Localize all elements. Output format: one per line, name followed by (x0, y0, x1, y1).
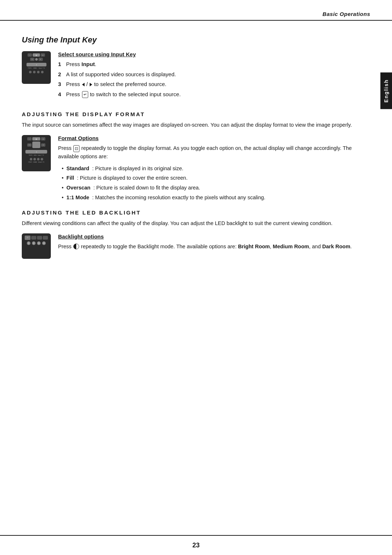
tri-right-icon (90, 83, 92, 86)
remote-btn (35, 58, 38, 61)
step-text: Press / to select the preferred source. (66, 80, 166, 89)
step-num: 4 (58, 90, 63, 99)
remote-label: HZBi (34, 155, 37, 156)
remote-dot (37, 158, 40, 160)
page-number: 23 (192, 542, 200, 549)
tri-left-icon (82, 83, 85, 86)
led-backlight-desc: Different viewing conditions can affect … (22, 219, 363, 228)
remote-dot (33, 71, 36, 73)
backlight-options-subtitle: Backlight options (58, 233, 363, 240)
remote-btn: ⊞ (26, 63, 46, 66)
remote-label: TV (42, 155, 44, 156)
format-options-subtitle: Format Options (58, 135, 363, 141)
step-text: Press Input. (66, 60, 96, 69)
remote-btn (31, 236, 36, 240)
remote-btn: TV (27, 143, 32, 147)
step-3: 3 Press / to select the preferred source… (58, 80, 363, 89)
remote-btn: + (28, 53, 32, 57)
remote-num-btn: 3 (37, 241, 41, 245)
remote-btn: ▲ (41, 137, 45, 140)
remote-label: YPbP1 (28, 68, 32, 69)
step-num: 1 (58, 60, 63, 69)
display-format-heading: Adjusting the Display Format (22, 111, 363, 117)
remote-btn: ▲ (41, 53, 45, 57)
bullet-11mode: 1:1 Mode: Matches the incoming resolutio… (62, 194, 363, 202)
step-2: 2 A list of supported video sources is d… (58, 70, 363, 79)
remote-btn: ☐ (25, 236, 30, 240)
remote-image-1: + ⊞ ▲ TV ▼ ⊞ YPbP1 HDMI1 (22, 51, 51, 100)
format-icon: ⊡ (73, 145, 79, 152)
remote-btn (37, 236, 42, 240)
remote-dot (33, 158, 36, 160)
remote-num-btn: 4 (42, 241, 46, 245)
format-desc: Press ⊡ repeatedly to toggle the display… (58, 144, 363, 161)
remote-label: YPbP1 (29, 155, 33, 156)
step-1: 1 Press Input. (58, 60, 363, 69)
backlight-desc: Press repeatedly to toggle the Backlight… (58, 242, 363, 251)
format-section: + ⊞ ▲ TV ▼ ⊞ YPbP1 HZBi V (22, 135, 363, 203)
remote-btn: ▼ (38, 58, 43, 61)
bullet-overscan: Overscan: Picture is scaled down to fit … (62, 184, 363, 192)
remote-btn (32, 142, 40, 148)
top-header: Basic Operations (0, 0, 392, 21)
remote-dot (37, 71, 40, 73)
bullet-fill: Fill: Picture is displayed to cover the … (62, 174, 363, 182)
step-num: 3 (58, 80, 63, 89)
input-key-subtitle: Select source using Input Key (58, 51, 363, 57)
remote-btn: ▼ (41, 143, 45, 147)
step-text: A list of supported video sources is dis… (66, 70, 176, 79)
enter-icon: ↵ (82, 91, 88, 98)
remote-btn: ⊞ (25, 150, 47, 154)
page-footer: 23 (0, 535, 392, 555)
remote-image-2: + ⊞ ▲ TV ▼ ⊞ YPbP1 HZBi V (22, 135, 51, 203)
remote-label: WideE (38, 162, 42, 163)
remote-dot (41, 71, 44, 73)
remote-btn: ⊞ (32, 137, 40, 140)
remote-dot (29, 71, 32, 73)
backlight-content: Backlight options Press repeatedly to to… (58, 233, 363, 259)
led-backlight-heading-text: Adjusting the LED Backlight (22, 209, 141, 216)
step-num: 2 (58, 70, 63, 79)
remote-label: TV (43, 68, 45, 69)
remote-btn: ⊞ (33, 53, 40, 57)
step-text: Press ↵ to switch to the selected input … (66, 90, 181, 99)
remote-label: VideoT (38, 68, 42, 69)
backlight-section: ☐ 1 2 3 4 Backlight options Press (22, 233, 363, 259)
remote-label: VideoT (38, 155, 42, 156)
format-bullets: Standard: Picture is displayed in its or… (62, 165, 363, 202)
english-tab: English (380, 73, 392, 109)
page-wrapper: Basic Operations English Using the Input… (0, 0, 392, 555)
remote-dot (30, 158, 32, 160)
remote-btn: + (27, 137, 32, 140)
input-key-content: Select source using Input Key 1 Press In… (58, 51, 363, 100)
backlight-icon (73, 244, 79, 249)
input-key-title: Using the Input Key (22, 35, 363, 45)
input-key-steps: 1 Press Input. 2 A list of supported vid… (58, 60, 363, 98)
remote-label: HDMI1 (33, 68, 37, 69)
display-format-desc: The input source can sometimes affect th… (22, 121, 363, 129)
remote-image-3: ☐ 1 2 3 4 (22, 233, 51, 259)
step-4: 4 Press ↵ to switch to the selected inpu… (58, 90, 363, 99)
remote-label: YPbP2 (28, 162, 32, 163)
remote-num-btn: 1 (27, 241, 30, 245)
remote-btn (43, 236, 48, 240)
basic-operations-title: Basic Operations (323, 11, 370, 17)
input-key-section: + ⊞ ▲ TV ▼ ⊞ YPbP1 HDMI1 (22, 51, 363, 100)
led-backlight-heading: Adjusting the LED Backlight (22, 209, 363, 216)
remote-label: HDMI2 (33, 162, 37, 163)
display-format-heading-text: Adjusting the Display Format (22, 111, 145, 117)
remote-btn: TV (30, 58, 34, 61)
format-content: Format Options Press ⊡ repeatedly to tog… (58, 135, 363, 203)
main-content: Using the Input Key + ⊞ ▲ TV ▼ (0, 21, 392, 535)
remote-dot (41, 158, 43, 160)
bullet-standard: Standard: Picture is displayed in its or… (62, 165, 363, 173)
remote-num-btn: 2 (32, 241, 36, 245)
remote-label: PC (43, 162, 45, 163)
